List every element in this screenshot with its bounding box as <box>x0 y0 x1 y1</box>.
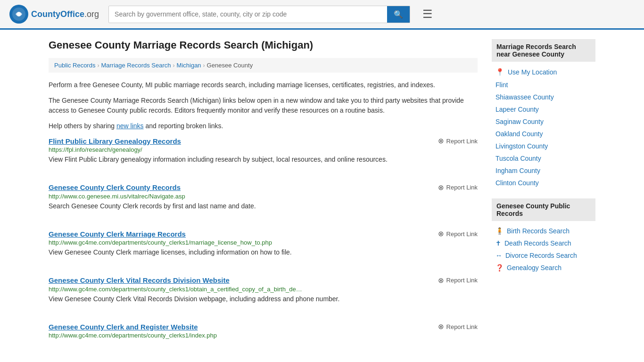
breadcrumb-sep-3: › <box>203 62 205 69</box>
page-title: Genesee County Marriage Records Search (… <box>49 39 478 51</box>
result-desc-2: View Genesee County Clerk marriage licen… <box>49 248 478 257</box>
report-icon-0: ⊗ <box>438 137 444 145</box>
sidebar-link-oakland[interactable]: Oakland County <box>492 128 595 140</box>
result-url-0: https://fpl.info/research/genealogy/ <box>49 146 478 153</box>
description-2: The Genesee County Marriage Records Sear… <box>49 96 478 115</box>
logo[interactable]: CountyOffice.org <box>9 5 99 24</box>
sidebar-genealogy-search[interactable]: ❓ Genealogy Search <box>492 262 595 274</box>
sidebar-section-nearby: Marriage Records Search near Genesee Cou… <box>492 39 595 189</box>
sidebar-link-shiawassee[interactable]: Shiawassee County <box>492 91 595 103</box>
result-item-4: Genesee County Clerk and Register Websit… <box>49 322 478 348</box>
breadcrumb-public-records[interactable]: Public Records <box>54 62 95 69</box>
hamburger-icon: ☰ <box>422 8 433 20</box>
logo-text: CountyOffice.org <box>31 9 99 19</box>
breadcrumb-marriage-records[interactable]: Marriage Records Search <box>101 62 171 69</box>
breadcrumb: Public Records › Marriage Records Search… <box>49 58 478 73</box>
search-icon: 🔍 <box>394 10 403 18</box>
result-desc-1: Search Genesee County Clerk records by f… <box>49 202 478 211</box>
result-item-1: Genesee County Clerk County Records ⊗ Re… <box>49 183 478 219</box>
header: CountyOffice.org 🔍 ☰ <box>0 0 644 30</box>
description-1: Perform a free Genesee County, MI public… <box>49 80 478 90</box>
sidebar-birth-records[interactable]: 🧍 Birth Records Search <box>492 225 595 237</box>
arrows-icon: ↔ <box>495 252 502 259</box>
result-title-0[interactable]: Flint Public Library Genealogy Records <box>49 137 181 145</box>
sidebar-link-saginaw[interactable]: Saginaw County <box>492 115 595 128</box>
new-links-link[interactable]: new links <box>116 122 144 130</box>
result-title-row-0: Flint Public Library Genealogy Records ⊗… <box>49 137 478 145</box>
person-icon: 🧍 <box>495 227 504 235</box>
sidebar-section-public-records: Genesee County Public Records 🧍 Birth Re… <box>492 198 595 274</box>
sidebar-section-nearby-title: Marriage Records Search near Genesee Cou… <box>492 39 595 62</box>
result-desc-3: View Genesee County Clerk Vital Records … <box>49 295 478 304</box>
result-title-4[interactable]: Genesee County Clerk and Register Websit… <box>49 323 198 331</box>
result-url-2: http://www.gc4me.com/departments/county_… <box>49 239 478 246</box>
result-item-2: Genesee County Clerk Marriage Records ⊗ … <box>49 230 478 265</box>
location-icon: 📍 <box>495 68 504 76</box>
sidebar-link-ingham[interactable]: Ingham County <box>492 165 595 177</box>
sidebar-death-records[interactable]: ✝ Death Records Search <box>492 237 595 249</box>
sidebar-link-flint[interactable]: Flint <box>492 79 595 91</box>
breadcrumb-current: Genesee County <box>207 62 253 69</box>
cross-icon: ✝ <box>495 239 501 247</box>
sidebar-link-clinton[interactable]: Clinton County <box>492 177 595 189</box>
report-link-btn-2[interactable]: ⊗ Report Link <box>438 230 478 238</box>
logo-icon <box>9 5 28 24</box>
breadcrumb-michigan[interactable]: Michigan <box>177 62 201 69</box>
sidebar-section-public-records-title: Genesee County Public Records <box>492 198 595 221</box>
sidebar-link-tuscola[interactable]: Tuscola County <box>492 152 595 165</box>
breadcrumb-sep-2: › <box>173 62 175 69</box>
sidebar: Marriage Records Search near Genesee Cou… <box>492 39 595 360</box>
result-title-row-1: Genesee County Clerk County Records ⊗ Re… <box>49 183 478 192</box>
result-url-4: http://www.gc4me.com/departments/county_… <box>49 332 478 339</box>
report-link-btn-1[interactable]: ⊗ Report Link <box>438 183 478 192</box>
menu-button[interactable]: ☰ <box>422 8 433 21</box>
content-area: Genesee County Marriage Records Search (… <box>49 39 478 360</box>
sidebar-link-livingston[interactable]: Livingston County <box>492 140 595 152</box>
question-icon: ❓ <box>495 264 504 272</box>
result-title-3[interactable]: Genesee County Clerk Vital Records Divis… <box>49 276 230 284</box>
result-url-1: http://www.co.genesee.mi.us/vitalrec/Nav… <box>49 193 478 200</box>
result-desc-0: View Flint Public Library genealogy info… <box>49 155 478 165</box>
description-3: Help others by sharing new links and rep… <box>49 121 478 131</box>
result-item-3: Genesee County Clerk Vital Records Divis… <box>49 276 478 312</box>
result-url-3: http://www.gc4me.com/departments/county_… <box>49 286 478 293</box>
search-bar: 🔍 <box>108 6 410 23</box>
result-title-row-2: Genesee County Clerk Marriage Records ⊗ … <box>49 230 478 238</box>
result-title-1[interactable]: Genesee County Clerk County Records <box>49 183 181 191</box>
report-link-btn-3[interactable]: ⊗ Report Link <box>438 276 478 285</box>
report-icon-1: ⊗ <box>438 183 444 192</box>
report-link-btn-0[interactable]: ⊗ Report Link <box>438 137 478 145</box>
result-title-row-4: Genesee County Clerk and Register Websit… <box>49 322 478 331</box>
result-title-row-3: Genesee County Clerk Vital Records Divis… <box>49 276 478 285</box>
search-input[interactable] <box>109 7 387 22</box>
report-icon-2: ⊗ <box>438 230 444 238</box>
breadcrumb-sep-1: › <box>97 62 99 69</box>
results-list: Flint Public Library Genealogy Records ⊗… <box>49 137 478 348</box>
report-link-btn-4[interactable]: ⊗ Report Link <box>438 322 478 331</box>
search-button[interactable]: 🔍 <box>387 6 410 23</box>
main-container: Genesee County Marriage Records Search (… <box>39 30 605 362</box>
report-icon-4: ⊗ <box>438 322 444 331</box>
svg-point-2 <box>17 12 21 16</box>
sidebar-use-location[interactable]: 📍 Use My Location <box>492 66 595 79</box>
sidebar-divorce-records[interactable]: ↔ Divorce Records Search <box>492 249 595 262</box>
result-title-2[interactable]: Genesee County Clerk Marriage Records <box>49 230 186 238</box>
report-icon-3: ⊗ <box>438 276 444 285</box>
result-item-0: Flint Public Library Genealogy Records ⊗… <box>49 137 478 172</box>
sidebar-link-lapeer[interactable]: Lapeer County <box>492 103 595 115</box>
